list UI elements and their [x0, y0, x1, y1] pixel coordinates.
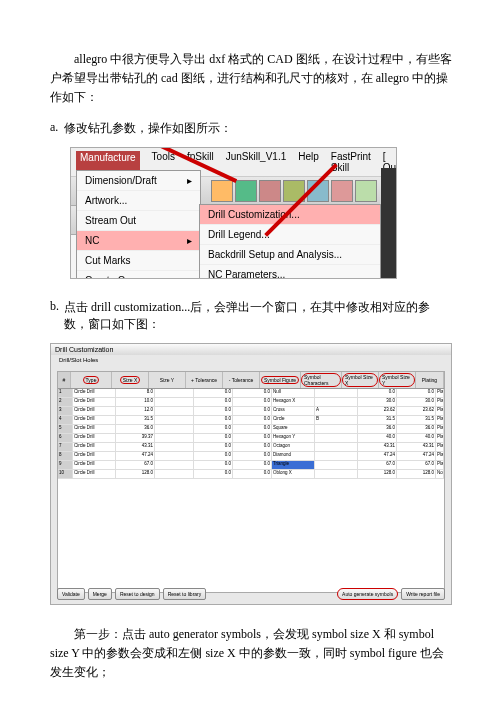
intro-paragraph: allegro 中很方便导入导出 dxf 格式的 CAD 图纸，在设计过程中，有… [50, 50, 454, 108]
button-row-left: Validate Merge Reset to design Reset to … [57, 588, 206, 600]
btn-auto-generate[interactable]: Auto generate symbols [337, 588, 398, 600]
toolbar-icon[interactable] [331, 180, 353, 202]
toolbar-icon[interactable] [235, 180, 257, 202]
menu-fastprint[interactable]: FastPrint Skill [331, 151, 371, 173]
menu-item-artwork[interactable]: Artwork... [77, 191, 200, 211]
col-symchar: Symbol Characters [301, 372, 342, 388]
col-ptol: + Tolerance [186, 372, 223, 388]
btn-write-report[interactable]: Write report file [401, 588, 445, 600]
col-type: Type [71, 372, 112, 388]
footer-note: 第一步：点击 auto generator symbols，会发现 symbol… [50, 625, 454, 683]
list-a-content: 修改钻孔参数，操作如图所示： [64, 120, 454, 137]
table-header: # Type Size X Size Y + Tolerance - Toler… [58, 372, 444, 389]
submenu-backdrill[interactable]: Backdrill Setup and Analysis... [200, 245, 380, 265]
dark-background [381, 168, 396, 278]
toolbar-icon[interactable] [259, 180, 281, 202]
col-mtol: - Tolerance [223, 372, 260, 388]
table-row[interactable]: 7Circle Drill43.310.00.0Octagon43.3143.3… [58, 443, 444, 452]
col-symsx: Symbol Size X [342, 372, 379, 388]
menu-item-coupons[interactable]: Create Coupons... [77, 271, 200, 279]
btn-validate[interactable]: Validate [57, 588, 85, 600]
col-symsy: Symbol Size Y [379, 372, 416, 388]
list-marker-b: b. [50, 299, 59, 314]
table-row[interactable]: 10Circle Drill128.00.00.0Oblong X128.012… [58, 470, 444, 479]
menu-item-cutmarks[interactable]: Cut Marks [77, 251, 200, 271]
table-row[interactable]: 1Circle Drill8.00.00.0Null0.00.0Plated [58, 389, 444, 398]
list-marker-a: a. [50, 120, 58, 135]
toolbar-icon[interactable] [211, 180, 233, 202]
button-row-right: Auto generate symbols Write report file [337, 588, 445, 600]
menu-item-nc[interactable]: NC▸ [77, 231, 200, 251]
table-row[interactable]: 8Circle Drill47.240.00.0Diamond47.2447.2… [58, 452, 444, 461]
table-row[interactable]: 2Circle Drill10.00.00.0Hexagon X30.030.0… [58, 398, 444, 407]
table-row[interactable]: 3Circle Drill12.00.00.0CrossA23.6223.62P… [58, 407, 444, 416]
col-sizey: Size Y [149, 372, 186, 388]
btn-merge[interactable]: Merge [88, 588, 112, 600]
col-idx: # [58, 372, 71, 388]
list-b-content: 点击 drill customization...后，会弹出一个窗口，在其中修改… [64, 299, 454, 333]
menu-item-dimension[interactable]: Dimension/Draft▸ [77, 171, 200, 191]
table-row[interactable]: 5Circle Drill36.00.00.0Square36.036.0Pla… [58, 425, 444, 434]
table-row[interactable]: 9Circle Drill67.00.00.0Triangle67.067.0P… [58, 461, 444, 470]
menu-help[interactable]: Help [298, 151, 319, 173]
col-plating: Plating [416, 372, 444, 388]
submenu-drill-legend[interactable]: Drill Legend... [200, 225, 380, 245]
toolbar-icon[interactable] [355, 180, 377, 202]
col-sizex: Size X [112, 372, 149, 388]
menu-junskill[interactable]: JunSkill_V1.1 [226, 151, 287, 173]
window-title: Drill Customization [51, 344, 451, 355]
btn-reset-library[interactable]: Reset to library [163, 588, 207, 600]
table-row[interactable]: 6Circle Drill39.370.00.0Hexagon Y40.040.… [58, 434, 444, 443]
screenshot-drill-customization: Drill Customization Drill/Slot Holes # T… [50, 343, 452, 605]
menu-item-streamout[interactable]: Stream Out [77, 211, 200, 231]
dropdown-manufacture: Dimension/Draft▸ Artwork... Stream Out N… [76, 170, 201, 279]
col-symfig: Symbol Figure [260, 372, 301, 388]
submenu-nc-params[interactable]: NC Parameters... [200, 265, 380, 279]
table-row[interactable]: 4Circle Drill31.50.00.0CircleB31.531.5Pl… [58, 416, 444, 425]
screenshot-menu: Manufacture Tools fpSkill JunSkill_V1.1 … [70, 147, 397, 279]
section-label: Drill/Slot Holes [51, 355, 451, 365]
submenu-nc: Drill Customization... Drill Legend... B… [199, 204, 381, 279]
btn-reset-design[interactable]: Reset to design [115, 588, 160, 600]
